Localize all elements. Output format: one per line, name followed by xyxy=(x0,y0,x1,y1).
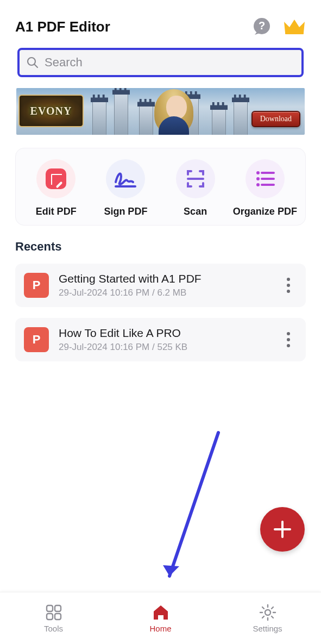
recents-heading: Recents xyxy=(15,240,306,254)
svg-point-7 xyxy=(256,171,260,174)
pdf-file-icon: P xyxy=(24,327,49,352)
nav-home[interactable]: Home xyxy=(107,592,214,644)
pdf-file-icon: P xyxy=(24,273,49,298)
file-name: Getting Started with A1 PDF xyxy=(59,272,270,285)
help-icon[interactable]: ? xyxy=(251,16,272,37)
ad-logo: EVONY xyxy=(18,95,84,127)
svg-rect-16 xyxy=(55,605,61,611)
file-info: How To Edit Like A PRO 29-Jul-2024 10:16… xyxy=(59,327,270,353)
search-icon xyxy=(26,56,39,69)
app-title: A1 PDF Editor xyxy=(15,18,251,35)
recents-section: Recents P Getting Started with A1 PDF 29… xyxy=(0,240,321,361)
action-edit-pdf[interactable]: Edit PDF xyxy=(21,159,91,217)
file-meta: 29-Jul-2024 10:16 PM / 6.2 MB xyxy=(59,287,270,298)
file-meta: 29-Jul-2024 10:16 PM / 525 KB xyxy=(59,342,270,353)
more-options-icon[interactable] xyxy=(280,329,297,351)
organize-pdf-icon xyxy=(246,159,285,198)
scan-icon xyxy=(176,159,215,198)
app-header: A1 PDF Editor ? xyxy=(0,0,321,48)
svg-marker-14 xyxy=(163,565,179,576)
svg-point-19 xyxy=(265,610,270,615)
ad-banner[interactable]: EVONY Download xyxy=(16,88,305,135)
svg-rect-2 xyxy=(285,32,304,34)
ad-download-button[interactable]: Download xyxy=(251,111,300,127)
svg-point-11 xyxy=(256,183,260,186)
svg-point-9 xyxy=(256,177,260,180)
svg-rect-15 xyxy=(47,605,53,611)
svg-rect-18 xyxy=(55,614,61,620)
header-actions: ? xyxy=(251,16,306,37)
action-sign-pdf[interactable]: Sign PDF xyxy=(91,159,160,217)
search-input[interactable] xyxy=(45,55,295,70)
bottom-nav: Tools Home Settings xyxy=(0,592,321,644)
nav-tools[interactable]: Tools xyxy=(0,592,107,644)
recent-file-row[interactable]: P How To Edit Like A PRO 29-Jul-2024 10:… xyxy=(15,318,306,361)
sign-pdf-icon xyxy=(106,159,145,198)
svg-rect-17 xyxy=(47,614,53,620)
nav-settings[interactable]: Settings xyxy=(214,592,321,644)
search-container xyxy=(0,48,321,88)
grid-icon xyxy=(45,603,63,622)
more-options-icon[interactable] xyxy=(280,274,297,296)
gear-icon xyxy=(259,603,277,622)
action-organize-pdf[interactable]: Organize PDF xyxy=(230,159,300,217)
svg-line-4 xyxy=(34,64,37,67)
file-name: How To Edit Like A PRO xyxy=(59,327,270,340)
file-info: Getting Started with A1 PDF 29-Jul-2024 … xyxy=(59,272,270,298)
character-art xyxy=(151,88,197,135)
home-icon xyxy=(152,603,170,622)
search-box[interactable] xyxy=(17,48,304,77)
edit-pdf-icon xyxy=(36,159,75,198)
action-scan[interactable]: Scan xyxy=(161,159,230,217)
add-fab[interactable] xyxy=(260,507,305,552)
recent-file-row[interactable]: P Getting Started with A1 PDF 29-Jul-202… xyxy=(15,264,306,307)
quick-actions: Edit PDF Sign PDF Scan Organize PDF xyxy=(15,148,306,226)
crown-icon[interactable] xyxy=(283,17,306,36)
svg-text:?: ? xyxy=(259,20,265,32)
annotation-arrow xyxy=(158,429,228,592)
svg-line-13 xyxy=(169,433,218,576)
